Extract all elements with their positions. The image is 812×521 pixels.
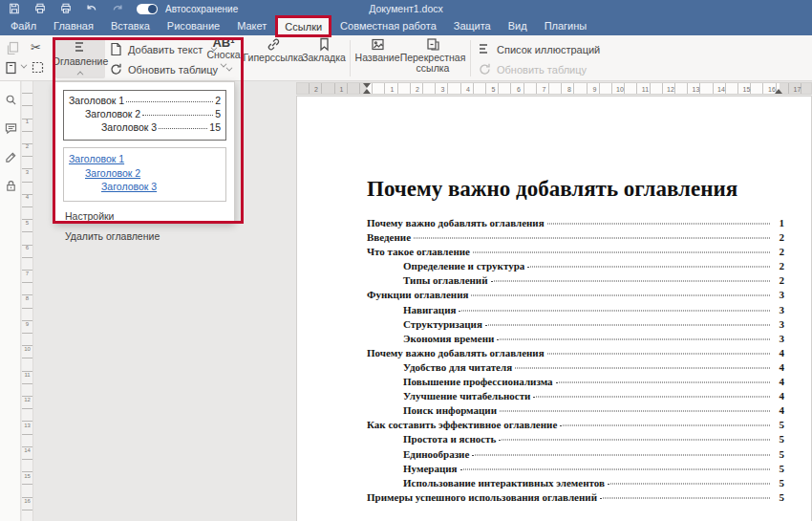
toc-dot-leader (608, 483, 770, 484)
toc-style-links-option[interactable]: Заголовок 1 Заголовок 2 Заголовок 3 (63, 147, 226, 202)
table-of-contents-button[interactable]: Оглавление (55, 38, 105, 78)
left-indent-marker[interactable] (363, 89, 371, 94)
hyperlink-icon (267, 37, 281, 52)
toc-page-number: 2 (773, 246, 784, 257)
ruler-number: 3 (22, 169, 32, 175)
toc-entry[interactable]: Экономия времени 3 (367, 333, 784, 347)
toc-entry[interactable]: Единообразие 5 (367, 448, 784, 463)
toc-entry[interactable]: Улучшение читабельности 4 (367, 390, 784, 404)
toc-page-number: 3 (773, 333, 784, 344)
ribbon-tab[interactable]: Вид (500, 17, 536, 35)
select-icon[interactable] (31, 60, 45, 75)
toc-entry-label: Типы оглавлений (403, 274, 488, 286)
hyperlink-button[interactable]: Гиперссылка (246, 37, 300, 63)
right-indent-marker[interactable] (775, 89, 782, 94)
add-text-button[interactable]: Добавить текст (109, 40, 217, 58)
toc-dot-leader (460, 468, 770, 469)
toc-entry[interactable]: Определение и структура 2 (367, 260, 784, 274)
toc-remove-item[interactable]: Удалить оглавление (63, 230, 226, 242)
ribbon-toolbar: ✂ Оглавление Добавить текст (0, 35, 812, 81)
toc-dot-leader (459, 310, 770, 311)
toc-page-number: 4 (773, 347, 784, 358)
vertical-ruler[interactable]: 12345678910111213141516 (22, 81, 33, 521)
toc-entry[interactable]: Функции оглавления 3 (367, 289, 784, 303)
cross-reference-button[interactable]: Перекрестная ссылка (401, 37, 464, 74)
cross-reference-label: Перекрестная ссылка (400, 53, 466, 74)
toc-entry[interactable]: Простота и ясность 5 (367, 433, 784, 447)
ribbon-tab[interactable]: Файл (2, 17, 45, 35)
toc-entry[interactable]: Почему важно добавлять оглавления 4 (367, 347, 784, 361)
toc-dot-leader (491, 281, 770, 282)
undo-icon[interactable] (85, 3, 97, 14)
cut-icon[interactable]: ✂ (31, 40, 41, 54)
toc-entry[interactable]: Как составить эффективное оглавление 5 (367, 419, 784, 433)
divider (350, 40, 351, 76)
toc-entry[interactable]: Введение 2 (367, 231, 784, 246)
add-text-label: Добавить текст (128, 44, 203, 55)
lock-icon[interactable] (4, 179, 17, 192)
redo-icon[interactable] (111, 3, 123, 14)
ribbon-tab[interactable]: Ссылки (275, 15, 331, 37)
footnote-label: Сноска (206, 50, 240, 60)
toc-entry[interactable]: Поиск информации 4 (367, 404, 784, 419)
toc-entry[interactable]: Почему важно добавлять оглавления 1 (367, 217, 784, 231)
toc-entry[interactable]: Нумерация 5 (367, 463, 784, 477)
print-icon[interactable] (33, 3, 46, 14)
toc-preview-label: Заголовок 2 (85, 108, 140, 119)
toc-entry[interactable]: Использование интерактивных элементов 5 (367, 477, 784, 491)
table-of-contents-label: Оглавление (53, 55, 109, 67)
toc-entry[interactable]: Типы оглавлений 2 (367, 274, 784, 289)
track-changes-icon[interactable] (4, 150, 17, 163)
toc-page-number: 4 (773, 404, 784, 416)
toc-preview-page: 15 (209, 121, 221, 133)
figures-list-button[interactable]: Список иллюстраций (478, 40, 600, 58)
quick-print-icon[interactable] (59, 3, 72, 14)
paste-chevron-icon[interactable] (21, 62, 28, 69)
toc-page-number: 5 (773, 491, 784, 503)
paste-icon[interactable] (4, 60, 18, 75)
first-line-indent-marker[interactable] (363, 83, 371, 88)
toc-preview-dots (142, 115, 213, 116)
search-icon[interactable] (4, 93, 17, 106)
ruler-number: 14 (22, 447, 32, 453)
toc-entry-label: Введение (367, 231, 411, 243)
comment-icon[interactable] (4, 121, 17, 135)
save-icon[interactable] (8, 3, 20, 14)
ribbon-tab[interactable]: Рисование (159, 17, 228, 35)
bookmark-button[interactable]: Закладка (302, 37, 346, 63)
toc-entry[interactable]: Структуризация 3 (367, 318, 784, 333)
ribbon-tab[interactable]: Вставка (102, 17, 159, 35)
footnote-button[interactable]: AB¹ Сноска (203, 37, 245, 67)
copy-icon[interactable] (6, 41, 20, 55)
document-page[interactable]: Почему важно добавлять оглавления Почему… (296, 96, 812, 521)
toc-entry[interactable]: Навигация 3 (367, 304, 784, 318)
ribbon-tab[interactable]: Защита (445, 17, 500, 35)
toc-dot-leader (414, 238, 770, 239)
toc-entry-label: Экономия времени (403, 333, 494, 344)
horizontal-ruler[interactable]: 21 1234567891011121314151617 (296, 82, 812, 95)
ruler-number: 6 (22, 245, 32, 250)
toc-style-numbered-option[interactable]: Заголовок 1 2 Заголовок 2 5 Заголовок 3 … (63, 90, 226, 141)
toc-entry-label: Нумерация (403, 463, 458, 474)
ribbon-tab[interactable]: Совместная работа (331, 17, 445, 35)
ruler-number: 4 (22, 194, 32, 200)
toc-entry[interactable]: Повышение профессионализма 4 (367, 376, 784, 390)
ribbon-tab[interactable]: Плагины (536, 17, 596, 35)
toc-entry[interactable]: Удобство для читателя 4 (367, 361, 784, 376)
ribbon-tab[interactable]: Главная (45, 17, 102, 35)
update-table-disabled-button[interactable]: Обновить таблицу (478, 60, 587, 78)
caption-button[interactable]: Название (355, 37, 399, 63)
ruler-number: 4 (466, 86, 470, 93)
autosave-toggle[interactable] (137, 4, 158, 14)
ruler-number: 2 (22, 143, 32, 149)
ruler-number: 17 (794, 86, 801, 93)
toc-entry-label: Почему важно добавлять оглавления (367, 347, 545, 358)
toc-entry[interactable]: Примеры успешного использования оглавлен… (367, 491, 784, 506)
toc-settings-item[interactable]: Настройки (63, 210, 226, 222)
chevron-up-icon (77, 71, 84, 77)
ribbon-tab[interactable]: Макет (228, 17, 275, 35)
toc-entry[interactable]: Что такое оглавление 2 (367, 246, 784, 260)
ruler-number: 16 (768, 86, 776, 93)
ruler-number: 6 (517, 86, 521, 93)
ruler-number: 12 (22, 397, 32, 402)
